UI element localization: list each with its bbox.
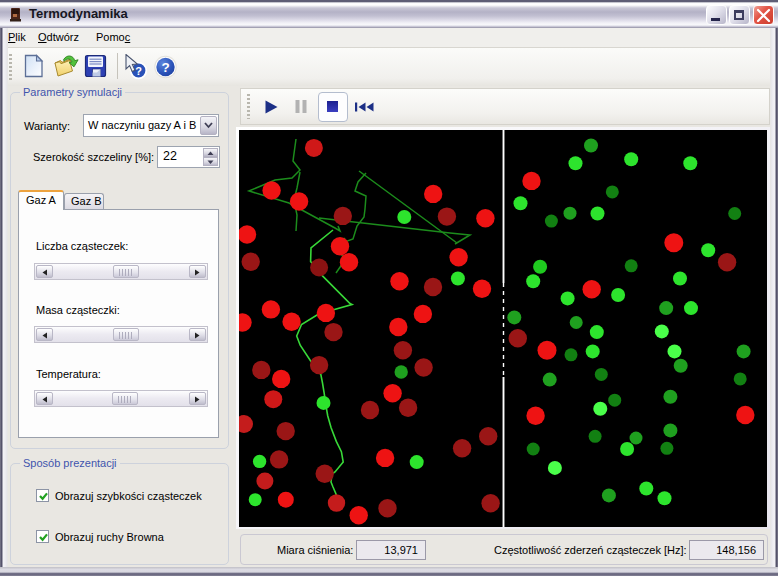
- svg-text:?: ?: [161, 60, 169, 75]
- svg-text:?: ?: [135, 65, 142, 77]
